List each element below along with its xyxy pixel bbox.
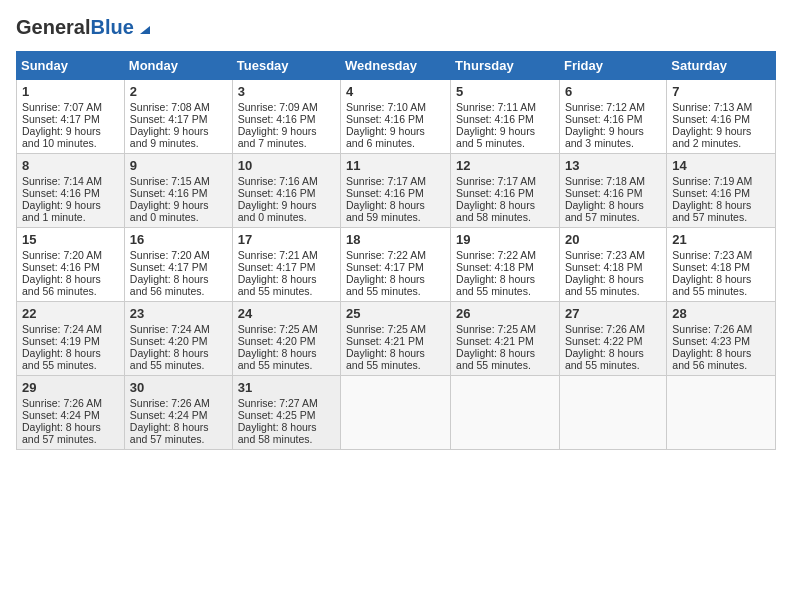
calendar-body: 1Sunrise: 7:07 AMSunset: 4:17 PMDaylight… — [17, 80, 776, 450]
daylight-text: Daylight: 8 hours and 56 minutes. — [22, 273, 119, 297]
sunrise-text: Sunrise: 7:22 AM — [456, 249, 554, 261]
daylight-text: Daylight: 9 hours and 5 minutes. — [456, 125, 554, 149]
daylight-text: Daylight: 8 hours and 58 minutes. — [456, 199, 554, 223]
day-number: 31 — [238, 380, 335, 395]
week-row-4: 22Sunrise: 7:24 AMSunset: 4:19 PMDayligh… — [17, 302, 776, 376]
sunrise-text: Sunrise: 7:21 AM — [238, 249, 335, 261]
sunrise-text: Sunrise: 7:13 AM — [672, 101, 770, 113]
day-number: 25 — [346, 306, 445, 321]
header-day-friday: Friday — [559, 52, 666, 80]
sunset-text: Sunset: 4:16 PM — [130, 187, 227, 199]
calendar-cell — [667, 376, 776, 450]
sunset-text: Sunset: 4:17 PM — [238, 261, 335, 273]
daylight-text: Daylight: 8 hours and 56 minutes. — [130, 273, 227, 297]
logo-blue-text: Blue — [90, 16, 133, 39]
sunset-text: Sunset: 4:16 PM — [672, 187, 770, 199]
sunrise-text: Sunrise: 7:25 AM — [238, 323, 335, 335]
daylight-text: Daylight: 9 hours and 3 minutes. — [565, 125, 661, 149]
sunset-text: Sunset: 4:22 PM — [565, 335, 661, 347]
day-number: 27 — [565, 306, 661, 321]
day-number: 5 — [456, 84, 554, 99]
calendar-cell: 13Sunrise: 7:18 AMSunset: 4:16 PMDayligh… — [559, 154, 666, 228]
sunrise-text: Sunrise: 7:24 AM — [130, 323, 227, 335]
calendar-cell: 24Sunrise: 7:25 AMSunset: 4:20 PMDayligh… — [232, 302, 340, 376]
sunrise-text: Sunrise: 7:14 AM — [22, 175, 119, 187]
sunset-text: Sunset: 4:24 PM — [22, 409, 119, 421]
calendar-cell: 28Sunrise: 7:26 AMSunset: 4:23 PMDayligh… — [667, 302, 776, 376]
calendar-cell: 14Sunrise: 7:19 AMSunset: 4:16 PMDayligh… — [667, 154, 776, 228]
logo: General Blue — [16, 16, 154, 39]
week-row-2: 8Sunrise: 7:14 AMSunset: 4:16 PMDaylight… — [17, 154, 776, 228]
calendar-cell: 6Sunrise: 7:12 AMSunset: 4:16 PMDaylight… — [559, 80, 666, 154]
sunrise-text: Sunrise: 7:17 AM — [456, 175, 554, 187]
sunrise-text: Sunrise: 7:22 AM — [346, 249, 445, 261]
day-number: 16 — [130, 232, 227, 247]
calendar-cell: 8Sunrise: 7:14 AMSunset: 4:16 PMDaylight… — [17, 154, 125, 228]
sunrise-text: Sunrise: 7:07 AM — [22, 101, 119, 113]
calendar-cell: 27Sunrise: 7:26 AMSunset: 4:22 PMDayligh… — [559, 302, 666, 376]
week-row-1: 1Sunrise: 7:07 AMSunset: 4:17 PMDaylight… — [17, 80, 776, 154]
sunrise-text: Sunrise: 7:26 AM — [565, 323, 661, 335]
day-number: 2 — [130, 84, 227, 99]
calendar-cell: 21Sunrise: 7:23 AMSunset: 4:18 PMDayligh… — [667, 228, 776, 302]
sunrise-text: Sunrise: 7:23 AM — [672, 249, 770, 261]
calendar-cell: 5Sunrise: 7:11 AMSunset: 4:16 PMDaylight… — [451, 80, 560, 154]
svg-marker-0 — [140, 26, 150, 34]
logo-general-text: General — [16, 16, 90, 39]
logo-arrow-icon — [136, 18, 154, 36]
day-number: 29 — [22, 380, 119, 395]
header-day-tuesday: Tuesday — [232, 52, 340, 80]
sunrise-text: Sunrise: 7:26 AM — [22, 397, 119, 409]
calendar-cell: 30Sunrise: 7:26 AMSunset: 4:24 PMDayligh… — [124, 376, 232, 450]
sunset-text: Sunset: 4:17 PM — [346, 261, 445, 273]
sunrise-text: Sunrise: 7:08 AM — [130, 101, 227, 113]
header-day-saturday: Saturday — [667, 52, 776, 80]
sunrise-text: Sunrise: 7:12 AM — [565, 101, 661, 113]
header-day-monday: Monday — [124, 52, 232, 80]
week-row-5: 29Sunrise: 7:26 AMSunset: 4:24 PMDayligh… — [17, 376, 776, 450]
sunrise-text: Sunrise: 7:18 AM — [565, 175, 661, 187]
day-number: 14 — [672, 158, 770, 173]
calendar-cell: 22Sunrise: 7:24 AMSunset: 4:19 PMDayligh… — [17, 302, 125, 376]
day-number: 10 — [238, 158, 335, 173]
daylight-text: Daylight: 8 hours and 55 minutes. — [456, 347, 554, 371]
header-day-wednesday: Wednesday — [341, 52, 451, 80]
sunset-text: Sunset: 4:16 PM — [565, 113, 661, 125]
sunset-text: Sunset: 4:18 PM — [672, 261, 770, 273]
daylight-text: Daylight: 9 hours and 7 minutes. — [238, 125, 335, 149]
daylight-text: Daylight: 9 hours and 1 minute. — [22, 199, 119, 223]
day-number: 30 — [130, 380, 227, 395]
daylight-text: Daylight: 8 hours and 55 minutes. — [565, 347, 661, 371]
daylight-text: Daylight: 8 hours and 57 minutes. — [672, 199, 770, 223]
sunrise-text: Sunrise: 7:09 AM — [238, 101, 335, 113]
day-number: 23 — [130, 306, 227, 321]
day-number: 4 — [346, 84, 445, 99]
calendar-cell: 7Sunrise: 7:13 AMSunset: 4:16 PMDaylight… — [667, 80, 776, 154]
daylight-text: Daylight: 9 hours and 2 minutes. — [672, 125, 770, 149]
daylight-text: Daylight: 8 hours and 57 minutes. — [565, 199, 661, 223]
calendar-cell: 2Sunrise: 7:08 AMSunset: 4:17 PMDaylight… — [124, 80, 232, 154]
calendar-cell — [341, 376, 451, 450]
daylight-text: Daylight: 9 hours and 0 minutes. — [130, 199, 227, 223]
sunrise-text: Sunrise: 7:20 AM — [22, 249, 119, 261]
day-number: 28 — [672, 306, 770, 321]
calendar-cell: 19Sunrise: 7:22 AMSunset: 4:18 PMDayligh… — [451, 228, 560, 302]
sunrise-text: Sunrise: 7:27 AM — [238, 397, 335, 409]
header-day-sunday: Sunday — [17, 52, 125, 80]
sunrise-text: Sunrise: 7:25 AM — [456, 323, 554, 335]
page-header: General Blue — [16, 16, 776, 39]
day-number: 6 — [565, 84, 661, 99]
sunrise-text: Sunrise: 7:25 AM — [346, 323, 445, 335]
daylight-text: Daylight: 9 hours and 10 minutes. — [22, 125, 119, 149]
sunrise-text: Sunrise: 7:16 AM — [238, 175, 335, 187]
sunset-text: Sunset: 4:16 PM — [456, 113, 554, 125]
calendar-cell: 20Sunrise: 7:23 AMSunset: 4:18 PMDayligh… — [559, 228, 666, 302]
calendar-cell: 25Sunrise: 7:25 AMSunset: 4:21 PMDayligh… — [341, 302, 451, 376]
day-number: 15 — [22, 232, 119, 247]
day-number: 24 — [238, 306, 335, 321]
sunset-text: Sunset: 4:18 PM — [565, 261, 661, 273]
sunrise-text: Sunrise: 7:10 AM — [346, 101, 445, 113]
daylight-text: Daylight: 8 hours and 55 minutes. — [22, 347, 119, 371]
day-number: 18 — [346, 232, 445, 247]
calendar-cell: 10Sunrise: 7:16 AMSunset: 4:16 PMDayligh… — [232, 154, 340, 228]
